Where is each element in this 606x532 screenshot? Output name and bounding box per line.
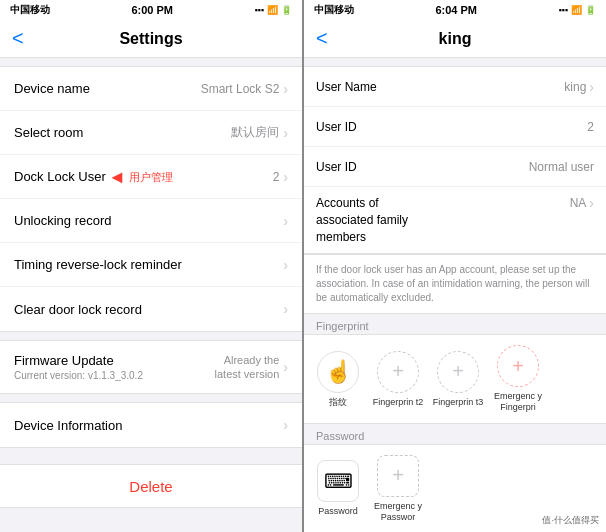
firmware-update-row[interactable]: Firmware Update Current version: v1.1.3_… xyxy=(0,341,302,393)
firmware-status: Already thelatest version xyxy=(215,353,280,382)
fingerprint-label-3: Fingerprin t3 xyxy=(433,397,484,408)
left-status-bar: 中国移动 6:00 PM ▪▪▪ 📶 🔋 xyxy=(0,0,302,20)
username-arrow: › xyxy=(589,79,594,95)
emergency-fingerprint-icon[interactable]: + xyxy=(497,345,539,387)
password-icon: ⌨ xyxy=(317,460,359,502)
fingerprint-circle-icon: ☝ xyxy=(317,351,359,393)
unlocking-arrow: › xyxy=(283,213,288,229)
right-wifi-icon: 📶 xyxy=(571,5,582,15)
unlocking-record-row[interactable]: Unlocking record › xyxy=(0,199,302,243)
warning-text: If the door lock user has an App account… xyxy=(316,263,594,305)
red-arrow-icon: ◄ xyxy=(108,166,126,187)
assoc-arrow: › xyxy=(589,195,594,211)
fingerprint-item-2[interactable]: + Fingerprin t2 xyxy=(370,351,426,408)
dock-lock-user-row[interactable]: Dock Lock User 2 › ◄ 用户管理 xyxy=(0,155,302,199)
annotation-group: ◄ 用户管理 xyxy=(108,166,173,187)
select-room-value: 默认房间 xyxy=(231,124,279,141)
device-info-section: Device Information › xyxy=(0,402,302,448)
device-info-arrow: › xyxy=(283,417,288,433)
clear-door-lock-row[interactable]: Clear door lock record › xyxy=(0,287,302,331)
device-name-value: Smart Lock S2 xyxy=(201,82,280,96)
top-section-group: Device name Smart Lock S2 › Select room … xyxy=(0,66,302,332)
left-status-icons: ▪▪▪ 📶 🔋 xyxy=(254,5,292,15)
password-item-2[interactable]: + Emergenc y Passwor xyxy=(370,455,426,523)
select-room-arrow: › xyxy=(283,125,288,141)
right-battery-icon: 🔋 xyxy=(585,5,596,15)
fingerprint-label-1: 指纹 xyxy=(329,397,347,408)
user-role-value: Normal user xyxy=(529,160,594,174)
firmware-info: Firmware Update Current version: v1.1.3_… xyxy=(14,353,143,381)
annotation-label: 用户管理 xyxy=(129,169,173,184)
firmware-arrow: › xyxy=(283,359,288,375)
device-name-arrow: › xyxy=(283,81,288,97)
dock-lock-arrow: › xyxy=(283,169,288,185)
assoc-value: NA xyxy=(570,196,587,210)
left-time: 6:00 PM xyxy=(131,4,173,16)
username-value: king xyxy=(564,80,586,94)
left-back-button[interactable]: < xyxy=(12,27,24,50)
left-screen: 中国移动 6:00 PM ▪▪▪ 📶 🔋 < Settings Device n… xyxy=(0,0,302,532)
device-information-row[interactable]: Device Information › xyxy=(0,403,302,447)
fingerprint-label-4: Emergenc y Fingerpri xyxy=(490,391,546,413)
fingerprint-label-2: Fingerprin t2 xyxy=(373,397,424,408)
left-nav-bar: < Settings xyxy=(0,20,302,58)
info-list: User Name king › User ID 2 User ID Norma… xyxy=(304,58,606,532)
signal-icon: ▪▪▪ xyxy=(254,5,264,15)
right-nav-title: king xyxy=(439,30,472,48)
user-name-row[interactable]: User Name king › xyxy=(304,67,606,107)
wifi-icon: 📶 xyxy=(267,5,278,15)
dock-lock-value: 2 xyxy=(273,170,280,184)
password-row: ⌨ Password + Emergenc y Passwor xyxy=(304,444,606,532)
left-carrier: 中国移动 xyxy=(10,3,50,17)
delete-section[interactable]: Delete xyxy=(0,464,302,508)
user-id-row: User ID 2 xyxy=(304,107,606,147)
user-info-section: User Name king › User ID 2 User ID Norma… xyxy=(304,66,606,254)
password-item-1[interactable]: ⌨ Password xyxy=(310,460,366,517)
user-id-value: 2 xyxy=(587,120,594,134)
battery-icon: 🔋 xyxy=(281,5,292,15)
right-status-icons: ▪▪▪ 📶 🔋 xyxy=(558,5,596,15)
right-signal-icon: ▪▪▪ xyxy=(558,5,568,15)
add-fingerprint-2-icon[interactable]: + xyxy=(377,351,419,393)
emergency-password-icon[interactable]: + xyxy=(377,455,419,497)
right-screen: 中国移动 6:04 PM ▪▪▪ 📶 🔋 < king User Name ki… xyxy=(304,0,606,532)
fingerprint-row: ☝ 指纹 + Fingerprin t2 + Fingerprin t3 + E… xyxy=(304,334,606,424)
timing-reverse-lock-row[interactable]: Timing reverse-lock reminder › xyxy=(0,243,302,287)
password-label-1: Password xyxy=(318,506,358,517)
right-nav-bar: < king xyxy=(304,20,606,58)
delete-button[interactable]: Delete xyxy=(129,478,172,495)
assoc-family-row[interactable]: Accounts of associated family members NA… xyxy=(304,187,606,253)
warning-section: If the door lock user has an App account… xyxy=(304,254,606,314)
select-room-row[interactable]: Select room 默认房间 › xyxy=(0,111,302,155)
right-time: 6:04 PM xyxy=(435,4,477,16)
settings-list: Device name Smart Lock S2 › Select room … xyxy=(0,58,302,532)
right-status-bar: 中国移动 6:04 PM ▪▪▪ 📶 🔋 xyxy=(304,0,606,20)
right-back-button[interactable]: < xyxy=(316,27,328,50)
firmware-section: Firmware Update Current version: v1.1.3_… xyxy=(0,340,302,394)
add-fingerprint-3-icon[interactable]: + xyxy=(437,351,479,393)
fingerprint-label: Fingerprint xyxy=(304,314,606,334)
fingerprint-item-1[interactable]: ☝ 指纹 xyxy=(310,351,366,408)
password-label-2: Emergenc y Passwor xyxy=(370,501,426,523)
timing-arrow: › xyxy=(283,257,288,273)
password-category-label: Password xyxy=(304,424,606,444)
clear-lock-arrow: › xyxy=(283,301,288,317)
right-carrier: 中国移动 xyxy=(314,3,354,17)
device-name-row[interactable]: Device name Smart Lock S2 › xyxy=(0,67,302,111)
user-role-row: User ID Normal user xyxy=(304,147,606,187)
fingerprint-item-4[interactable]: + Emergenc y Fingerpri xyxy=(490,345,546,413)
fingerprint-item-3[interactable]: + Fingerprin t3 xyxy=(430,351,486,408)
left-nav-title: Settings xyxy=(119,30,182,48)
